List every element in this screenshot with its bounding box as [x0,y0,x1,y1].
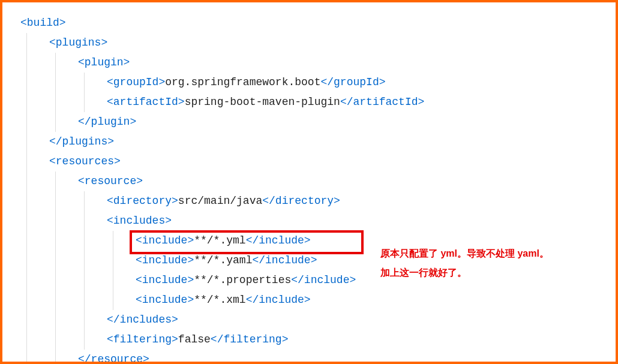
indent-guide [26,73,27,92]
indent-guide [55,172,56,191]
indent-guide [26,92,27,112]
xml-tag: <includes> [107,215,172,227]
code-line: </plugin> [20,112,616,132]
indent-guide [113,251,113,270]
xml-tag: <build> [20,17,66,29]
xml-tag: <artifactId> [107,96,185,108]
code-line: <artifactId>spring-boot-maven-plugin</ar… [20,92,616,112]
indent-guide [55,112,56,132]
indent-guide [84,251,85,270]
xml-tag: </include> [246,294,311,306]
xml-tag: </plugin> [78,116,136,128]
indent-guide [55,350,56,364]
xml-tag: <include> [136,294,194,306]
indent-guide [84,270,85,290]
indent-guide [26,251,27,270]
indent-guide [55,330,56,350]
indent-guide [113,231,113,251]
xml-tag: </plugins> [49,136,114,148]
indent-guide [55,231,56,251]
code-line: <groupId>org.springframework.boot</group… [20,73,616,92]
indent-guide [84,310,85,330]
xml-text: **/*.properties [194,274,291,286]
xml-text: **/*.yaml [194,254,252,266]
code-line: <directory>src/main/java</directory> [20,191,616,211]
indent-guide [26,53,27,73]
indent-guide [55,53,56,73]
xml-tag: </filtering> [211,333,289,345]
indent-guide [26,330,27,350]
xml-tag: <groupId> [107,76,165,88]
xml-tag: </resource> [78,353,149,364]
xml-text: org.springframework.boot [165,76,320,88]
indent-guide [26,231,27,251]
code-line: <plugins> [20,33,616,53]
indent-guide [55,310,56,330]
indent-guide [84,92,85,112]
xml-tag: </includes> [107,314,178,326]
code-block: <build><plugins><plugin><groupId>org.spr… [20,13,616,364]
indent-guide [26,112,27,132]
indent-guide [55,211,56,231]
xml-tag: <include> [136,254,194,266]
code-line: <include>**/*.xml</include> [20,290,616,310]
code-line: </plugins> [20,132,616,152]
indent-guide [113,290,113,310]
xml-text: **/*.yml [194,234,245,246]
xml-tag: </directory> [262,195,340,207]
indent-guide [113,270,113,290]
xml-tag: <include> [136,274,194,286]
xml-tag: <plugin> [78,56,130,68]
code-line: <filtering>false</filtering> [20,330,616,350]
xml-tag: <directory> [107,195,178,207]
indent-guide [26,132,27,152]
indent-guide [55,290,56,310]
xml-tag: <plugins> [49,37,107,49]
indent-guide [84,290,85,310]
xml-tag: <filtering> [107,333,178,345]
indent-guide [55,92,56,112]
xml-tag: </include> [252,254,317,266]
indent-guide [84,231,85,251]
annotation-line-2: 加上这一行就好了。 [380,267,467,279]
xml-tag: </include> [246,234,311,246]
xml-tag: </include> [291,274,356,286]
xml-tag: </groupId> [320,76,385,88]
xml-tag: </artifactId> [340,96,424,108]
indent-guide [26,191,27,211]
xml-tag: <resource> [78,175,143,187]
xml-text: false [178,333,211,345]
code-line: <resource> [20,172,616,191]
indent-guide [84,191,85,211]
code-line: <include>**/*.properties</include> [20,270,616,290]
indent-guide [26,33,27,53]
code-line: <build> [20,13,616,33]
xml-text: spring-boot-maven-plugin [185,96,340,108]
code-frame: <build><plugins><plugin><groupId>org.spr… [0,0,618,364]
indent-guide [26,172,27,191]
indent-guide [26,270,27,290]
indent-guide [26,290,27,310]
xml-text: src/main/java [178,195,262,207]
annotation-line-1: 原本只配置了 yml。导致不处理 yaml。 [380,248,549,260]
code-line: </includes> [20,310,616,330]
indent-guide [55,73,56,92]
indent-guide [84,211,85,231]
indent-guide [26,211,27,231]
indent-guide [55,191,56,211]
code-line: </resource> [20,350,616,364]
indent-guide [55,270,56,290]
code-line: <plugin> [20,53,616,73]
indent-guide [55,251,56,270]
xml-text: **/*.xml [194,294,245,306]
xml-tag: <include> [136,234,194,246]
indent-guide [84,330,85,350]
indent-guide [26,350,27,364]
code-line: <includes> [20,211,616,231]
indent-guide [26,152,27,172]
xml-tag: <resources> [49,155,121,167]
indent-guide [84,73,85,92]
code-line: <resources> [20,152,616,172]
indent-guide [26,310,27,330]
